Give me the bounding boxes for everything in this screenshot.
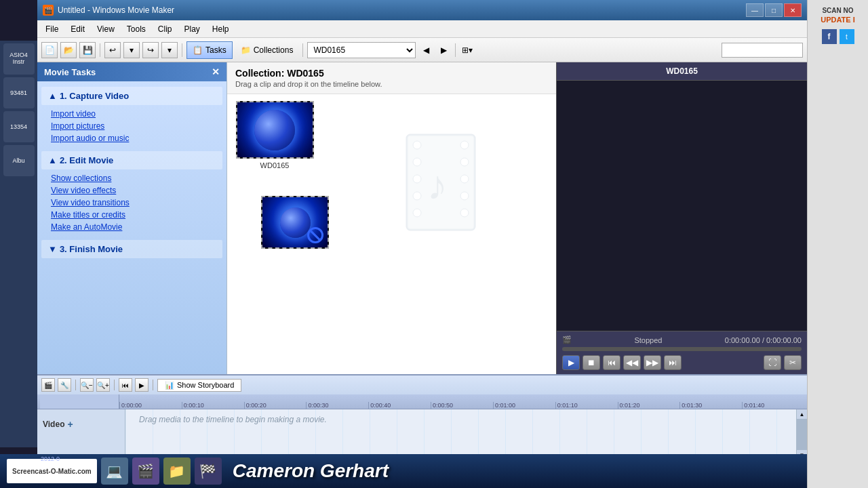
close-button[interactable]: ✕ [784, 3, 802, 17]
svg-point-3 [413, 158, 421, 166]
view-transitions-link[interactable]: View video transitions [51, 197, 217, 209]
preview-progressbar[interactable] [562, 347, 802, 351]
ruler-marks: 0:00:00 0:00:10 0:00:20 0:00:30 0:00:40 … [119, 402, 804, 409]
ls-item-1[interactable]: ASIO4Instr [3, 43, 35, 75]
preview-buttons: ▶ ⏹ ⏮ ◀◀ ▶▶ ⏭ ⛶ ✂ [562, 355, 802, 370]
toolbar-sep-4 [455, 43, 456, 57]
import-audio-link[interactable]: Import audio or music [51, 132, 217, 144]
taskbar-icon-4[interactable]: 🏁 [195, 458, 222, 485]
view-options-button[interactable]: ⊞▾ [460, 43, 475, 58]
menu-play[interactable]: Play [179, 23, 205, 35]
toolbar-sep-1 [100, 43, 100, 57]
tasks-label: Tasks [205, 45, 226, 55]
collection-title: Collection: WD0165 [235, 68, 548, 79]
film-watermark: ♪ [366, 121, 502, 257]
frame-back-button[interactable]: ◀◀ [623, 355, 641, 370]
collections-button[interactable]: 📁 Collections [235, 41, 299, 59]
social-icons: f t [822, 29, 854, 44]
twitter-button[interactable]: t [840, 29, 854, 44]
storyboard-button[interactable]: 📊 Show Storyboard [157, 379, 241, 392]
tl-zoom-out[interactable]: 🔍− [80, 378, 94, 392]
ruler-spacer [40, 394, 119, 409]
redo-arrow[interactable]: ▾ [161, 42, 178, 58]
clip-circle-1 [254, 110, 295, 150]
taskbar-icon-3[interactable]: 📁 [163, 458, 191, 485]
stop-button[interactable]: ⏹ [583, 355, 600, 370]
section-finish-header[interactable]: ▼ 3. Finish Movie [41, 240, 222, 258]
tasks-button[interactable]: 📋 Tasks [186, 41, 233, 59]
fullscreen-button[interactable]: ⛶ [764, 355, 781, 370]
tasks-close-button[interactable]: ✕ [212, 66, 220, 77]
preview-panel: WD0165 🎬 Stopped 0:00:00.00 / 0:00:00.00… [556, 62, 807, 374]
tl-play-button[interactable]: ⏮ [119, 378, 132, 392]
tasks-header: Movie Tasks ✕ [37, 62, 226, 81]
undo-arrow[interactable]: ▾ [123, 42, 140, 58]
capture-arrow-icon: ▲ [48, 91, 57, 101]
play-button[interactable]: ▶ [562, 355, 580, 370]
menu-clip[interactable]: Clip [153, 23, 178, 35]
clip-thumb-1 [236, 101, 314, 159]
video-track-label: Video + [43, 412, 119, 436]
maximize-button[interactable]: □ [765, 3, 783, 17]
section-capture-header[interactable]: ▲ 1. Capture Video [41, 87, 222, 105]
vscroll-up[interactable]: ▲ [797, 409, 807, 419]
right-sidebar: SCAN NO UPDATE I f t [807, 0, 868, 488]
add-track-button[interactable]: + [67, 419, 73, 430]
clip-item-2[interactable] [254, 196, 336, 249]
make-titles-link[interactable]: Make titles or credits [51, 209, 217, 221]
preview-status-icon: 🎬 [562, 336, 572, 344]
tl-btn-2[interactable]: 🔧 [58, 378, 71, 392]
section-edit-header[interactable]: ▲ 2. Edit Movie [41, 151, 222, 169]
ruler-mark-8: 0:01:20 [618, 402, 680, 409]
frame-forward-button[interactable]: ▶▶ [644, 355, 661, 370]
menu-help[interactable]: Help [207, 23, 235, 35]
menu-file[interactable]: File [40, 23, 64, 35]
rewind-button[interactable]: ⏮ [603, 355, 620, 370]
minimize-button[interactable]: — [746, 3, 764, 17]
menu-edit[interactable]: Edit [65, 23, 90, 35]
preview-status-text: Stopped [634, 336, 662, 344]
import-pictures-link[interactable]: Import pictures [51, 120, 217, 132]
redo-button[interactable]: ↪ [142, 42, 159, 58]
ruler-mark-5: 0:00:50 [431, 402, 493, 409]
save-button[interactable]: 💾 [79, 42, 96, 58]
tl-btn-1[interactable]: 🎬 [41, 378, 55, 392]
collection-panel: Collection: WD0165 Drag a clip and drop … [227, 62, 556, 374]
svg-point-6 [413, 209, 421, 217]
track-content[interactable]: Drag media to the timeline to begin maki… [125, 409, 796, 460]
screencast-button[interactable]: Screencast-O-Matic.com [7, 459, 97, 483]
automovie-link[interactable]: Make an AutoMovie [51, 221, 217, 233]
collection-dropdown[interactable]: WD0165 [307, 42, 416, 58]
split-button[interactable]: ✂ [784, 355, 802, 370]
nav-forward-button[interactable]: ▶ [436, 43, 451, 58]
preview-status: 🎬 Stopped 0:00:00.00 / 0:00:00.00 [562, 336, 802, 344]
new-button[interactable]: 📄 [41, 42, 58, 58]
menu-tools[interactable]: Tools [121, 23, 151, 35]
tl-zoom-in[interactable]: 🔍+ [96, 378, 110, 392]
fast-forward-button[interactable]: ⏭ [664, 355, 682, 370]
preview-controls: 🎬 Stopped 0:00:00.00 / 0:00:00.00 ▶ ⏹ ⏮ … [557, 331, 807, 374]
import-video-link[interactable]: Import video [51, 108, 217, 120]
timeline-ruler: 0:00:00 0:00:10 0:00:20 0:00:30 0:00:40 … [37, 394, 807, 409]
open-button[interactable]: 📂 [60, 42, 77, 58]
app-icon: 🎬 [43, 5, 54, 16]
view-effects-link[interactable]: View video effects [51, 184, 217, 197]
nav-back-button[interactable]: ◀ [418, 43, 433, 58]
track-labels: Video + [37, 409, 125, 460]
tl-play-fwd[interactable]: ▶ [135, 378, 149, 392]
vscroll-track [797, 419, 807, 450]
ls-item-2[interactable]: 93481 [3, 77, 35, 108]
ruler-mark-0: 0:00:00 [119, 402, 182, 409]
taskbar-icon-2[interactable]: 🎬 [132, 458, 159, 485]
search-input[interactable] [722, 43, 803, 58]
tl-sep-3 [153, 380, 153, 390]
ls-item-4[interactable]: Albu [3, 145, 35, 176]
undo-button[interactable]: ↩ [104, 42, 121, 58]
update-label: UPDATE I [821, 16, 855, 24]
taskbar-icon-1[interactable]: 💻 [101, 458, 128, 485]
show-collections-link[interactable]: Show collections [51, 172, 217, 184]
ls-item-3[interactable]: 13354 [3, 111, 35, 142]
menu-view[interactable]: View [92, 23, 120, 35]
svg-point-2 [413, 141, 421, 149]
facebook-button[interactable]: f [822, 29, 837, 44]
